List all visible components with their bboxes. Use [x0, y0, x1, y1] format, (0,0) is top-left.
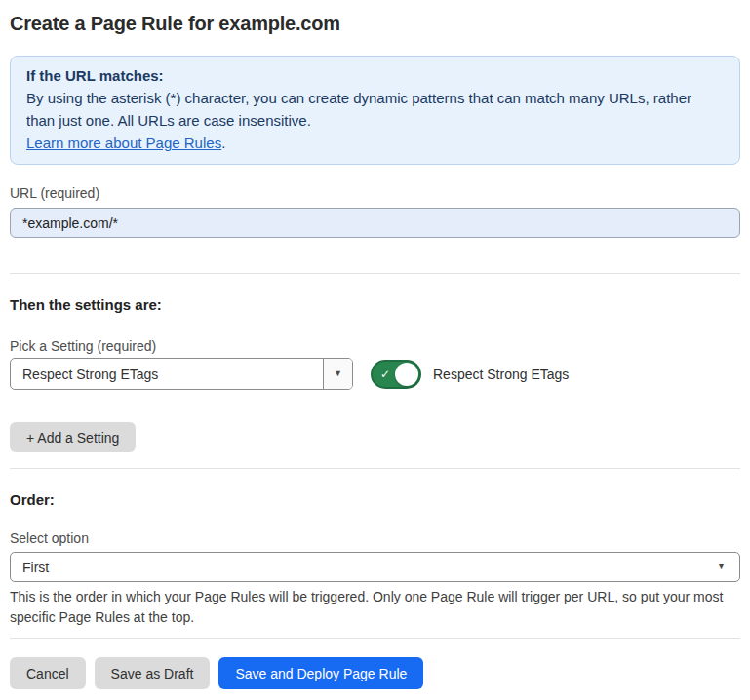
- toggle-knob: [395, 363, 418, 386]
- setting-select-value: Respect Strong ETags: [11, 359, 323, 389]
- learn-more-link[interactable]: Learn more about Page Rules: [26, 135, 221, 151]
- chevron-down-icon: ▼: [717, 563, 726, 571]
- section-divider: [10, 273, 740, 274]
- chevron-down-icon: ▼: [334, 369, 342, 378]
- info-box-heading: If the URL matches:: [26, 64, 724, 87]
- setting-row: Respect Strong ETags ▼ ✓ Respect Strong …: [10, 358, 740, 390]
- save-deploy-button[interactable]: Save and Deploy Page Rule: [218, 657, 423, 689]
- save-draft-button[interactable]: Save as Draft: [95, 657, 211, 689]
- form-actions: Cancel Save as Draft Save and Deploy Pag…: [10, 657, 740, 689]
- order-select[interactable]: First ▼: [10, 552, 740, 582]
- pick-setting-label: Pick a Setting (required): [10, 338, 740, 355]
- setting-select[interactable]: Respect Strong ETags ▼: [10, 358, 353, 390]
- setting-select-arrow-box[interactable]: ▼: [323, 359, 352, 389]
- create-page-rule-form: Create a Page Rule for example.com If th…: [0, 12, 750, 689]
- toggle-label: Respect Strong ETags: [433, 367, 569, 382]
- settings-section-heading: Then the settings are:: [10, 296, 740, 314]
- etags-toggle[interactable]: ✓: [371, 360, 421, 389]
- check-icon: ✓: [380, 368, 390, 379]
- page-title: Create a Page Rule for example.com: [10, 12, 740, 35]
- section-divider: [10, 468, 740, 469]
- order-select-arrow: ▼: [717, 553, 739, 581]
- order-description: This is the order in which your Page Rul…: [10, 587, 736, 628]
- add-setting-button[interactable]: + Add a Setting: [10, 422, 136, 452]
- info-box-link-line: Learn more about Page Rules.: [26, 132, 724, 154]
- cancel-button[interactable]: Cancel: [10, 657, 86, 689]
- info-box-body: By using the asterisk (*) character, you…: [26, 87, 724, 132]
- url-field-label: URL (required): [10, 185, 740, 202]
- order-select-value: First: [11, 553, 717, 581]
- order-select-label: Select option: [10, 530, 740, 547]
- link-period: .: [221, 135, 225, 151]
- url-match-info-box: If the URL matches: By using the asteris…: [10, 56, 740, 165]
- order-section-heading: Order:: [10, 491, 740, 509]
- url-input[interactable]: [10, 208, 740, 238]
- section-divider: [10, 638, 740, 639]
